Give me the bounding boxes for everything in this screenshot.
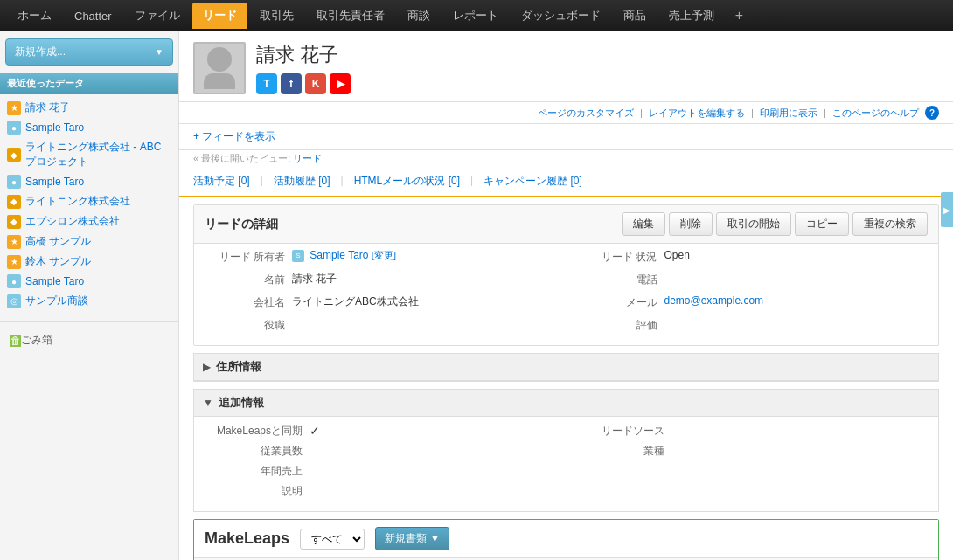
sidebar-item-label: 高橋 サンプル — [25, 234, 91, 249]
nav-item-商品[interactable]: 商品 — [613, 3, 657, 29]
employees-row: 従業員数 — [205, 444, 567, 459]
edit-button[interactable]: 編集 — [622, 212, 665, 236]
nav-item-ホーム[interactable]: ホーム — [7, 3, 62, 29]
email-row: メール demo@example.com — [577, 294, 929, 310]
breadcrumb-link[interactable]: リード — [293, 153, 322, 163]
trash-link[interactable]: 🗑 ごみ箱 — [7, 329, 171, 351]
owner-icon: S — [292, 250, 304, 262]
nav-item-Chatter[interactable]: Chatter — [64, 4, 122, 28]
phone-row: 電話 — [577, 272, 929, 287]
deal-icon: ◎ — [7, 294, 21, 308]
annual-label: 年間売上 — [205, 464, 310, 479]
help-link[interactable]: このページのヘルプ — [832, 107, 919, 118]
social-klout-icon[interactable]: K — [305, 73, 326, 94]
activity-tabs: 活動予定 [0] | 活動履歴 [0] | HTMLメールの状況 [0] | キ… — [179, 170, 953, 197]
feed-section: フィードを表示 — [179, 124, 953, 150]
sidebar-item[interactable]: ◆ライトニング株式会社 — [0, 191, 178, 211]
address-header[interactable]: ▶ 住所情報 — [194, 354, 938, 381]
lead-icon: ★ — [7, 101, 21, 115]
copy-button[interactable]: コピー — [795, 212, 849, 236]
nav-plus-button[interactable]: + — [727, 3, 752, 29]
makeleaps-label: MakeLeapsと同期 — [205, 424, 310, 439]
social-facebook-icon[interactable]: f — [281, 73, 302, 94]
company-row: 会社名 ライトニングABC株式会社 — [205, 294, 556, 310]
rating-row: 評価 — [577, 317, 929, 333]
name-row: 名前 請求 花子 — [205, 272, 556, 287]
feed-link[interactable]: フィードを表示 — [193, 130, 275, 142]
sidebar-item[interactable]: ●Sample Taro — [0, 118, 178, 137]
sidebar-item[interactable]: ◆ライトニング株式会社 - ABCプロジェクト — [0, 137, 178, 172]
owner-link[interactable]: Sample Taro — [310, 249, 368, 261]
status-value: Open — [664, 249, 929, 261]
email-link[interactable]: demo@example.com — [664, 294, 764, 307]
trash-label: ごみ箱 — [21, 333, 52, 348]
recent-items-list: ★請求 花子●Sample Taro◆ライトニング株式会社 - ABCプロジェク… — [0, 94, 178, 315]
sidebar-item[interactable]: ●Sample Taro — [0, 272, 178, 291]
sidebar-item-label: ライトニング株式会社 - ABCプロジェクト — [25, 140, 171, 169]
profile-info: 請求 花子 TfK▶ — [256, 42, 939, 94]
activity-tab-1[interactable]: 活動履歴 [0] — [274, 174, 330, 189]
rating-label: 評価 — [577, 317, 664, 333]
additional-section: ▼ 追加情報 MakeLeapsと同期 ✓ 従業員数 — [193, 389, 939, 512]
nav-item-取引先[interactable]: 取引先 — [249, 3, 304, 29]
sidebar-item[interactable]: ★高橋 サンプル — [0, 232, 178, 252]
nav-item-ファイル[interactable]: ファイル — [124, 3, 191, 29]
sidebar-item[interactable]: ●Sample Taro — [0, 172, 178, 191]
name-value: 請求 花子 — [292, 272, 556, 287]
industry-label: 業種 — [567, 444, 671, 459]
nav-item-取引先責任者[interactable]: 取引先責任者 — [306, 3, 395, 29]
owner-row: リード 所有者 S Sample Taro [変更] — [205, 249, 556, 265]
title-row: 役職 — [205, 317, 556, 333]
status-row: リード 状況 Open — [577, 249, 929, 265]
duplicate-button[interactable]: 重複の検索 — [852, 212, 928, 236]
activity-tab-0[interactable]: 活動予定 [0] — [193, 174, 250, 189]
company-value: ライトニングABC株式会社 — [292, 294, 556, 309]
main-layout: 新規作成... ▼ 最近使ったデータ ★請求 花子●Sample Taro◆ライ… — [0, 31, 953, 560]
profile-header: 請求 花子 TfK▶ — [179, 31, 953, 102]
makeleaps-value: ✓ — [310, 424, 567, 438]
top-navigation: ホームChatterファイルリード取引先取引先責任者商談レポートダッシュボード商… — [0, 0, 953, 31]
profile-name: 請求 花子 — [256, 42, 939, 68]
sidebar-item-label: Sample Taro — [25, 121, 84, 134]
new-document-button[interactable]: 新規書類 ▼ — [375, 527, 449, 550]
document-filter[interactable]: すべて請求書見積書 — [300, 529, 365, 550]
activity-tab-2[interactable]: HTMLメールの状況 [0] — [354, 174, 460, 189]
additional-body: MakeLeapsと同期 ✓ 従業員数 年間売上 説明 — [194, 417, 938, 511]
breadcrumb: « 最後に開いたビュー: リード — [179, 150, 953, 170]
social-youtube-icon[interactable]: ▶ — [330, 73, 351, 94]
recent-data-title: 最近使ったデータ — [0, 73, 178, 94]
additional-header[interactable]: ▼ 追加情報 — [194, 390, 938, 417]
new-record-button[interactable]: 新規作成... ▼ — [5, 38, 173, 66]
sidebar-item[interactable]: ◎サンプル商談 — [0, 291, 178, 311]
collapse-tab[interactable]: ▶ — [941, 192, 953, 227]
owner-label: リード 所有者 — [205, 249, 292, 265]
print-link[interactable]: 印刷用に表示 — [760, 107, 817, 118]
industry-row: 業種 — [567, 444, 929, 459]
detail-left-column: リード 所有者 S Sample Taro [変更] 名前 請求 花子 会社名 — [194, 244, 567, 345]
phone-label: 電話 — [577, 272, 664, 287]
nav-item-売上予測[interactable]: 売上予測 — [658, 3, 725, 29]
delete-button[interactable]: 削除 — [669, 212, 713, 236]
activity-tab-3[interactable]: キャンペーン履歴 [0] — [483, 174, 582, 189]
social-icons: TfK▶ — [256, 73, 939, 94]
sidebar-item-label: Sample Taro — [25, 176, 84, 188]
edit-layout-link[interactable]: レイアウトを編集する — [649, 107, 745, 118]
main-content: 請求 花子 TfK▶ ページのカスタマイズ | レイアウトを編集する | 印刷用… — [179, 31, 953, 560]
sidebar-item[interactable]: ★請求 花子 — [0, 98, 178, 118]
sidebar-item[interactable]: ◆エプシロン株式会社 — [0, 211, 178, 232]
company-label: 会社名 — [205, 294, 292, 310]
nav-item-ダッシュボード[interactable]: ダッシュボード — [511, 3, 611, 29]
nav-item-リード[interactable]: リード — [192, 3, 247, 29]
additional-right: リードソース 業種 — [567, 424, 929, 504]
sidebar-item[interactable]: ★鈴木 サンプル — [0, 252, 178, 272]
customize-link[interactable]: ページのカスタマイズ — [538, 107, 634, 118]
change-link[interactable]: [変更] — [372, 250, 396, 260]
sidebar-item-label: 請求 花子 — [25, 100, 70, 115]
title-label: 役職 — [205, 317, 292, 333]
company-icon: ◆ — [7, 215, 21, 229]
nav-item-レポート[interactable]: レポート — [442, 3, 509, 29]
nav-item-商談[interactable]: 商談 — [397, 3, 441, 29]
social-twitter-icon[interactable]: T — [256, 73, 277, 94]
sidebar-item-label: Sample Taro — [25, 275, 84, 287]
convert-button[interactable]: 取引の開始 — [716, 212, 791, 236]
